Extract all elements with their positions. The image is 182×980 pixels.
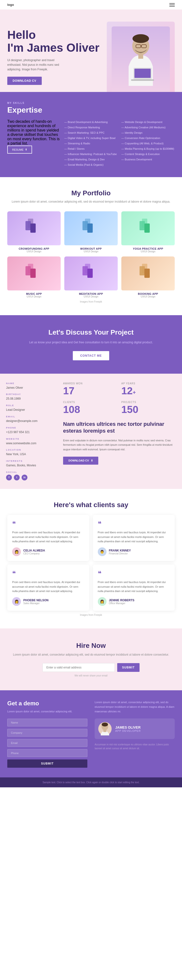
portfolio-card-6-sub: UX/UI Design bbox=[121, 295, 175, 298]
testimonial-text-4: Proin sed libero enim sed faucibus turpi… bbox=[98, 580, 170, 593]
hamburger-line-2 bbox=[169, 5, 175, 5]
testimonial-text-2: Proin sed libero enim sed faucibus turpi… bbox=[98, 530, 170, 544]
skill-item: Email Marketing, Design & Dev bbox=[64, 157, 118, 162]
svg-rect-19 bbox=[26, 266, 31, 275]
skill-item: Direct Response Marketing bbox=[64, 125, 118, 130]
portfolio-card-2-image bbox=[64, 212, 118, 245]
svg-rect-20 bbox=[30, 269, 36, 278]
skill-item: Influencer Marketing: Podcast & YouTube bbox=[64, 151, 118, 157]
contact-me-button[interactable]: CONTACT ME bbox=[73, 351, 109, 360]
download-arrow-icon: ⬇ bbox=[91, 459, 93, 462]
portfolio-card-4-title: MUSIC APP bbox=[7, 293, 61, 295]
skills-section: MY SKILLS Expertise Two decades of hands… bbox=[0, 92, 182, 177]
svg-rect-23 bbox=[87, 269, 93, 278]
portfolio-card-1[interactable]: CROWDFUNDING APP UX/UI Design bbox=[7, 212, 61, 253]
skill-item: Copywriting (All Web, & Product) bbox=[121, 141, 175, 146]
portfolio-card-3[interactable]: YOGA PRACTICE APP UX/UI Design bbox=[121, 212, 175, 253]
portfolio-card-4-image bbox=[7, 256, 61, 290]
portfolio-card-5-image bbox=[64, 256, 118, 290]
portfolio-card-1-title: CROWDFUNDING APP bbox=[7, 247, 61, 250]
testimonial-author-2: 👨 FRANK KINNEY Financial Director bbox=[98, 547, 170, 556]
stats-grid: AWARDS WON 17 AP YEARS 12+ CLIENTS 108 P… bbox=[63, 382, 175, 415]
author-avatar-3: 👩 bbox=[12, 597, 21, 606]
portfolio-card-5[interactable]: MEDITATION APP UX/UI Design bbox=[64, 256, 118, 298]
download-cv-button[interactable]: DOWNLOAD CV bbox=[7, 77, 42, 85]
svg-point-8 bbox=[133, 34, 149, 43]
testimonials-section: Here's what clients say ❝ Proin sed libe… bbox=[0, 489, 182, 628]
testimonial-author-3: 👩 PHOEBE NELSON Sales Manager bbox=[12, 597, 85, 606]
skill-item: Media Planning & Buying (up to $100MM) bbox=[121, 146, 175, 151]
portfolio-title: My Portfolio bbox=[7, 189, 175, 197]
testimonial-card-3: ❝ Proin sed libero enim sed faucibus tur… bbox=[7, 565, 89, 611]
portfolio-card-6[interactable]: BOOKING APP UX/UI Design bbox=[121, 256, 175, 298]
svg-rect-22 bbox=[83, 266, 88, 275]
portfolio-card-2[interactable]: WORKOUT APP UX/UI Design bbox=[64, 212, 118, 253]
demo-name-input[interactable] bbox=[7, 719, 87, 727]
svg-rect-17 bbox=[144, 223, 150, 233]
portfolio-card-4[interactable]: MUSIC APP UX/UI Design bbox=[7, 256, 61, 298]
about-phone-field: PHONE +123 987 654 321 bbox=[6, 426, 50, 434]
twitter-icon[interactable]: t bbox=[14, 475, 20, 480]
hire-form: SUBMIT bbox=[43, 663, 139, 672]
portfolio-card-3-sub: UX/UI Design bbox=[121, 250, 175, 253]
hero-text: Hello I'm James Oliver Ui designer, phot… bbox=[7, 29, 107, 85]
demo-profile-info: JAMES OLIVER APP DEVELOPER bbox=[115, 725, 141, 732]
footer: Sample text. Click to select the text bo… bbox=[0, 777, 182, 788]
portfolio-card-1-image bbox=[7, 212, 61, 245]
skill-item: Content Strategy & Execution bbox=[121, 151, 175, 157]
demo-right: Lorem ipsum dolor sit amet, consectetur … bbox=[95, 700, 175, 768]
stat-awards: AWARDS WON 17 bbox=[63, 382, 117, 396]
about-download-cv-button[interactable]: DOWNLOAD CV ⬇ bbox=[63, 457, 98, 465]
hero-section: Hello I'm James Oliver Ui designer, phot… bbox=[0, 10, 182, 92]
svg-point-28 bbox=[102, 722, 108, 727]
demo-description: Lorem ipsum dolor sit amet, consectetur … bbox=[7, 709, 87, 714]
testimonial-author-4: 👩 JENNIE ROBERTS Office Manager bbox=[98, 597, 170, 606]
about-location-field: LOCATION New York, USA bbox=[6, 449, 50, 457]
demo-phone-input[interactable] bbox=[7, 749, 87, 757]
demo-company-input[interactable] bbox=[7, 729, 87, 737]
facebook-icon[interactable]: f bbox=[6, 475, 12, 480]
skills-label: MY SKILLS bbox=[7, 102, 175, 104]
skill-item: Digital Video & TV, including Super Bowl bbox=[64, 135, 118, 141]
hamburger-button[interactable] bbox=[169, 3, 175, 6]
quote-text: Enim sed vulputate in dictum non consect… bbox=[63, 438, 175, 452]
demo-profile-role: APP DEVELOPER bbox=[115, 729, 141, 732]
demo-submit-button[interactable]: SUBMIT bbox=[7, 759, 87, 768]
portfolio-card-3-image bbox=[121, 212, 175, 245]
resume-button[interactable]: RESUME ⬇ bbox=[7, 146, 32, 154]
skill-item: Website Design & Development bbox=[121, 119, 175, 125]
skills-list-2: Website Design & Development Advertising… bbox=[121, 119, 175, 162]
hero-image bbox=[107, 22, 175, 92]
testimonial-card-4: ❝ Proin sed libero enim sed faucibus tur… bbox=[93, 565, 175, 611]
cta-title: Let's Discuss Your Project bbox=[7, 329, 175, 336]
skills-grid: Two decades of hands-on experience and h… bbox=[7, 119, 175, 167]
hire-submit-button[interactable]: SUBMIT bbox=[117, 663, 139, 672]
quote-icon-3: ❝ bbox=[12, 570, 85, 578]
demo-profile-name: JAMES OLIVER bbox=[115, 725, 141, 729]
cta-description: Let us know your project idea and Get fr… bbox=[7, 340, 175, 345]
logo[interactable]: logo bbox=[7, 3, 14, 6]
skill-item: Brand Development & Advertising bbox=[64, 119, 118, 125]
svg-rect-29 bbox=[104, 730, 106, 732]
skills-list-2-col: Website Design & Development Advertising… bbox=[121, 119, 175, 167]
social-icons: f t in bbox=[6, 475, 50, 480]
testimonial-text-1: Proin sed libero enim sed faucibus turpi… bbox=[12, 530, 85, 544]
author-avatar-4: 👩 bbox=[98, 597, 107, 606]
author-avatar-2: 👨 bbox=[98, 547, 107, 556]
about-section: NAME James Oliver BIRTHDAY 25.08.1989 RO… bbox=[0, 374, 182, 489]
hamburger-line-3 bbox=[169, 6, 175, 6]
skill-item: Business Development bbox=[121, 157, 175, 162]
instagram-icon[interactable]: in bbox=[22, 475, 27, 480]
portfolio-card-4-sub: UX/UI Design bbox=[7, 295, 61, 298]
portfolio-credit: Images from Freepik bbox=[7, 301, 175, 303]
skill-item: Retail / Stores bbox=[64, 146, 118, 151]
hero-greeting: Hello I'm James Oliver bbox=[7, 29, 107, 54]
hire-email-input[interactable] bbox=[43, 663, 115, 672]
portfolio-card-2-sub: UX/UI Design bbox=[64, 250, 118, 253]
demo-email-input[interactable] bbox=[7, 739, 87, 747]
svg-rect-7 bbox=[131, 80, 154, 81]
stat-years: AP YEARS 12+ bbox=[121, 382, 175, 396]
about-quote: Nam ultrices ultrices nec tortor pulvina… bbox=[63, 421, 175, 465]
about-website-field: WEBSITE www.somewebsite.com bbox=[6, 438, 50, 445]
svg-rect-6 bbox=[134, 68, 151, 78]
